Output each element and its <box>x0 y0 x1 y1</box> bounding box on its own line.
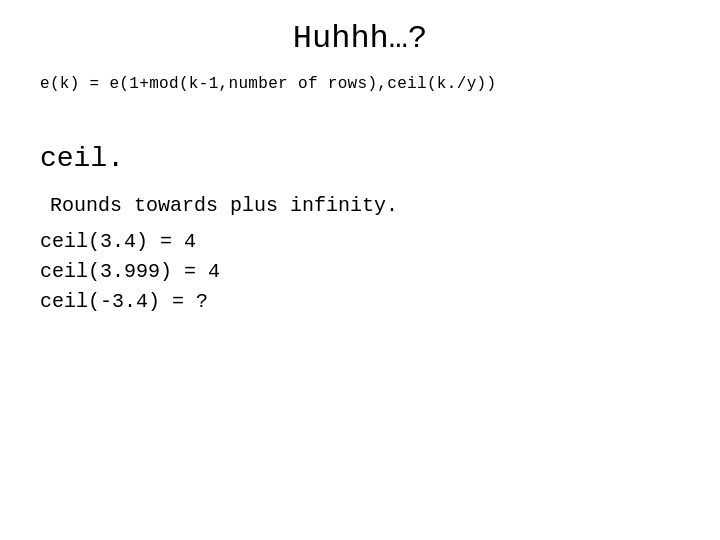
formula-line: e(k) = e(1+mod(k-1,number of rows),ceil(… <box>40 75 496 93</box>
page-title: Huhhh…? <box>40 20 680 57</box>
section-description: Rounds towards plus infinity. <box>40 194 398 217</box>
example-line-1: ceil(3.4) = 4 <box>40 227 220 257</box>
examples-block: ceil(3.4) = 4 ceil(3.999) = 4 ceil(-3.4)… <box>40 227 220 317</box>
page: Huhhh…? e(k) = e(1+mod(k-1,number of row… <box>0 0 720 540</box>
example-line-2: ceil(3.999) = 4 <box>40 257 220 287</box>
example-line-3: ceil(-3.4) = ? <box>40 287 220 317</box>
section-heading: ceil. <box>40 143 124 174</box>
